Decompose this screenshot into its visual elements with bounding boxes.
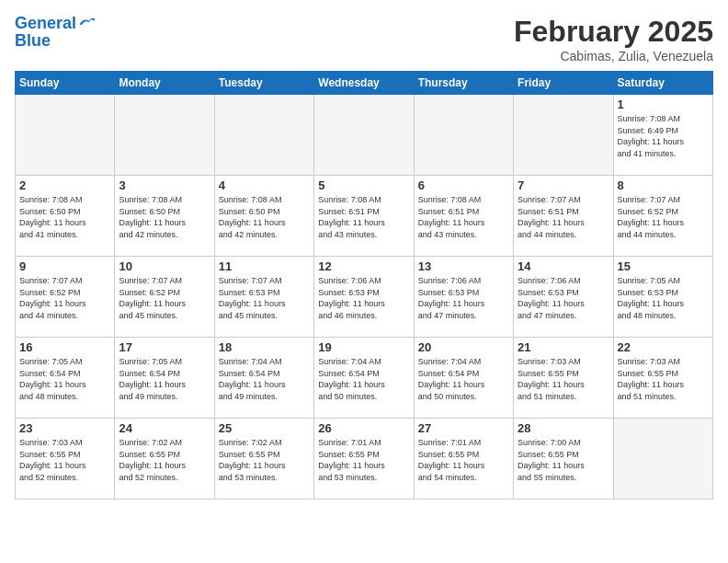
day-number: 8 xyxy=(618,178,709,192)
day-number: 12 xyxy=(318,259,409,273)
day-info: Sunrise: 7:02 AM Sunset: 6:55 PM Dayligh… xyxy=(119,437,210,483)
calendar-cell: 24Sunrise: 7:02 AM Sunset: 6:55 PM Dayli… xyxy=(115,419,214,500)
day-number: 24 xyxy=(119,421,210,435)
day-number: 19 xyxy=(318,340,409,354)
day-number: 20 xyxy=(418,340,509,354)
location-subtitle: Cabimas, Zulia, Venezuela xyxy=(514,49,713,63)
calendar-header-row: SundayMondayTuesdayWednesdayThursdayFrid… xyxy=(16,72,713,95)
calendar-cell: 26Sunrise: 7:01 AM Sunset: 6:55 PM Dayli… xyxy=(314,419,414,500)
calendar-week-1: 1Sunrise: 7:08 AM Sunset: 6:49 PM Daylig… xyxy=(16,95,713,176)
day-number: 28 xyxy=(518,421,609,435)
logo-blue: Blue xyxy=(15,31,97,51)
calendar-cell xyxy=(613,419,712,500)
calendar-week-5: 23Sunrise: 7:03 AM Sunset: 6:55 PM Dayli… xyxy=(16,419,713,500)
day-info: Sunrise: 7:01 AM Sunset: 6:55 PM Dayligh… xyxy=(418,437,509,483)
calendar-cell: 10Sunrise: 7:07 AM Sunset: 6:52 PM Dayli… xyxy=(115,257,214,338)
day-info: Sunrise: 7:07 AM Sunset: 6:52 PM Dayligh… xyxy=(19,275,110,321)
col-header-friday: Friday xyxy=(514,72,613,95)
day-info: Sunrise: 7:08 AM Sunset: 6:51 PM Dayligh… xyxy=(318,194,409,240)
calendar-cell: 4Sunrise: 7:08 AM Sunset: 6:50 PM Daylig… xyxy=(214,176,313,257)
calendar-cell: 14Sunrise: 7:06 AM Sunset: 6:53 PM Dayli… xyxy=(514,257,613,338)
calendar-cell: 13Sunrise: 7:06 AM Sunset: 6:53 PM Dayli… xyxy=(414,257,513,338)
calendar-cell xyxy=(314,95,414,176)
calendar-week-4: 16Sunrise: 7:05 AM Sunset: 6:54 PM Dayli… xyxy=(16,338,713,419)
logo: General Blue xyxy=(15,15,97,51)
day-number: 2 xyxy=(19,178,110,192)
day-number: 18 xyxy=(219,340,310,354)
calendar-cell xyxy=(115,95,214,176)
title-block: February 2025 Cabimas, Zulia, Venezuela xyxy=(514,15,713,63)
calendar-cell: 5Sunrise: 7:08 AM Sunset: 6:51 PM Daylig… xyxy=(314,176,414,257)
day-info: Sunrise: 7:08 AM Sunset: 6:50 PM Dayligh… xyxy=(219,194,310,240)
day-info: Sunrise: 7:07 AM Sunset: 6:51 PM Dayligh… xyxy=(518,194,609,240)
col-header-monday: Monday xyxy=(115,72,214,95)
calendar-table: SundayMondayTuesdayWednesdayThursdayFrid… xyxy=(15,71,713,500)
calendar-cell: 22Sunrise: 7:03 AM Sunset: 6:55 PM Dayli… xyxy=(613,338,712,419)
calendar-cell: 6Sunrise: 7:08 AM Sunset: 6:51 PM Daylig… xyxy=(414,176,513,257)
col-header-saturday: Saturday xyxy=(613,72,712,95)
day-number: 13 xyxy=(418,259,509,273)
day-info: Sunrise: 7:03 AM Sunset: 6:55 PM Dayligh… xyxy=(618,356,709,402)
col-header-wednesday: Wednesday xyxy=(314,72,414,95)
day-info: Sunrise: 7:04 AM Sunset: 6:54 PM Dayligh… xyxy=(318,356,409,402)
day-number: 23 xyxy=(19,421,110,435)
calendar-cell: 18Sunrise: 7:04 AM Sunset: 6:54 PM Dayli… xyxy=(214,338,313,419)
day-info: Sunrise: 7:04 AM Sunset: 6:54 PM Dayligh… xyxy=(418,356,509,402)
calendar-cell: 11Sunrise: 7:07 AM Sunset: 6:53 PM Dayli… xyxy=(214,257,313,338)
day-number: 14 xyxy=(518,259,609,273)
day-info: Sunrise: 7:03 AM Sunset: 6:55 PM Dayligh… xyxy=(518,356,609,402)
day-number: 3 xyxy=(119,178,210,192)
calendar-cell: 25Sunrise: 7:02 AM Sunset: 6:55 PM Dayli… xyxy=(214,419,313,500)
day-info: Sunrise: 7:01 AM Sunset: 6:55 PM Dayligh… xyxy=(318,437,409,483)
day-info: Sunrise: 7:07 AM Sunset: 6:52 PM Dayligh… xyxy=(119,275,210,321)
day-info: Sunrise: 7:08 AM Sunset: 6:49 PM Dayligh… xyxy=(618,113,709,159)
calendar-cell: 12Sunrise: 7:06 AM Sunset: 6:53 PM Dayli… xyxy=(314,257,414,338)
calendar-cell: 9Sunrise: 7:07 AM Sunset: 6:52 PM Daylig… xyxy=(16,257,115,338)
day-number: 5 xyxy=(318,178,409,192)
day-info: Sunrise: 7:05 AM Sunset: 6:53 PM Dayligh… xyxy=(618,275,709,321)
logo-text: General xyxy=(15,15,76,33)
day-info: Sunrise: 7:07 AM Sunset: 6:53 PM Dayligh… xyxy=(219,275,310,321)
day-info: Sunrise: 7:05 AM Sunset: 6:54 PM Dayligh… xyxy=(119,356,210,402)
calendar-cell: 27Sunrise: 7:01 AM Sunset: 6:55 PM Dayli… xyxy=(414,419,513,500)
day-number: 7 xyxy=(518,178,609,192)
col-header-thursday: Thursday xyxy=(414,72,513,95)
day-number: 10 xyxy=(119,259,210,273)
calendar-cell xyxy=(414,95,513,176)
calendar-week-3: 9Sunrise: 7:07 AM Sunset: 6:52 PM Daylig… xyxy=(16,257,713,338)
calendar-cell: 2Sunrise: 7:08 AM Sunset: 6:50 PM Daylig… xyxy=(16,176,115,257)
day-number: 27 xyxy=(418,421,509,435)
calendar-cell: 21Sunrise: 7:03 AM Sunset: 6:55 PM Dayli… xyxy=(514,338,613,419)
calendar-cell xyxy=(514,95,613,176)
calendar-cell: 7Sunrise: 7:07 AM Sunset: 6:51 PM Daylig… xyxy=(514,176,613,257)
logo-icon xyxy=(78,15,97,33)
day-info: Sunrise: 7:08 AM Sunset: 6:51 PM Dayligh… xyxy=(418,194,509,240)
day-info: Sunrise: 7:00 AM Sunset: 6:55 PM Dayligh… xyxy=(518,437,609,483)
day-number: 9 xyxy=(19,259,110,273)
calendar-cell xyxy=(16,95,115,176)
day-number: 11 xyxy=(219,259,310,273)
day-number: 22 xyxy=(618,340,709,354)
day-info: Sunrise: 7:06 AM Sunset: 6:53 PM Dayligh… xyxy=(418,275,509,321)
day-number: 21 xyxy=(518,340,609,354)
day-number: 1 xyxy=(618,98,709,111)
day-number: 25 xyxy=(219,421,310,435)
day-number: 16 xyxy=(19,340,110,354)
day-info: Sunrise: 7:03 AM Sunset: 6:55 PM Dayligh… xyxy=(19,437,110,483)
calendar-cell: 28Sunrise: 7:00 AM Sunset: 6:55 PM Dayli… xyxy=(514,419,613,500)
col-header-sunday: Sunday xyxy=(16,72,115,95)
calendar-cell xyxy=(214,95,313,176)
day-number: 4 xyxy=(219,178,310,192)
calendar-cell: 8Sunrise: 7:07 AM Sunset: 6:52 PM Daylig… xyxy=(613,176,712,257)
col-header-tuesday: Tuesday xyxy=(214,72,313,95)
day-info: Sunrise: 7:05 AM Sunset: 6:54 PM Dayligh… xyxy=(19,356,110,402)
calendar-cell: 15Sunrise: 7:05 AM Sunset: 6:53 PM Dayli… xyxy=(613,257,712,338)
day-info: Sunrise: 7:08 AM Sunset: 6:50 PM Dayligh… xyxy=(19,194,110,240)
calendar-week-2: 2Sunrise: 7:08 AM Sunset: 6:50 PM Daylig… xyxy=(16,176,713,257)
day-info: Sunrise: 7:07 AM Sunset: 6:52 PM Dayligh… xyxy=(618,194,709,240)
day-number: 26 xyxy=(318,421,409,435)
day-number: 15 xyxy=(618,259,709,273)
calendar-cell: 16Sunrise: 7:05 AM Sunset: 6:54 PM Dayli… xyxy=(16,338,115,419)
day-number: 17 xyxy=(119,340,210,354)
calendar-cell: 19Sunrise: 7:04 AM Sunset: 6:54 PM Dayli… xyxy=(314,338,414,419)
